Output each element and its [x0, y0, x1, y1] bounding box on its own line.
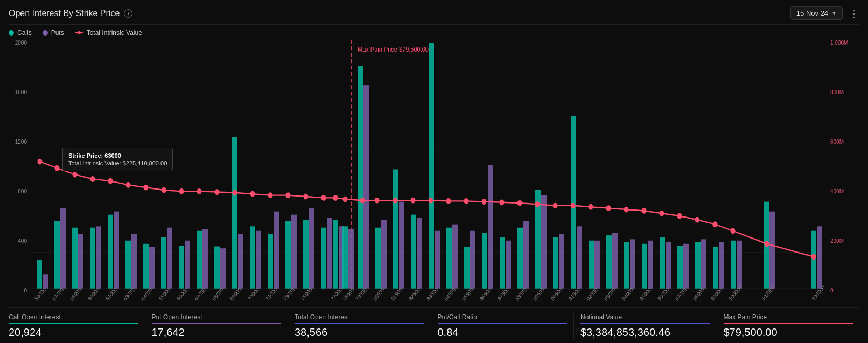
chart-main: Strike Price: 63000 Total Intrinsic Valu…	[30, 40, 827, 305]
put-oi-value: 17,642	[152, 326, 282, 339]
info-icon[interactable]: i	[124, 9, 132, 18]
y-right-800m: 800M	[830, 89, 844, 95]
svg-rect-39	[309, 208, 314, 289]
ratio-value: 0.84	[438, 326, 568, 339]
svg-rect-86	[713, 247, 718, 289]
svg-rect-93	[817, 226, 822, 288]
maxpain-label: Max Pain Price	[724, 313, 853, 321]
svg-rect-32	[250, 226, 255, 288]
stat-call-oi: Call Open Interest 20,924	[9, 313, 145, 339]
y-right-0: 0	[830, 288, 834, 293]
svg-rect-38	[303, 220, 309, 288]
svg-point-107	[268, 193, 272, 198]
notional-underline	[580, 323, 710, 324]
more-menu-icon[interactable]: ⋮	[849, 8, 859, 19]
svg-rect-45	[348, 229, 354, 289]
y-left-400: 400	[18, 238, 27, 244]
svg-point-103	[197, 189, 201, 194]
svg-point-112	[343, 197, 347, 202]
svg-rect-23	[167, 228, 172, 289]
svg-rect-64	[517, 228, 523, 289]
calls-dot-icon	[9, 30, 14, 36]
svg-rect-44	[342, 226, 348, 288]
svg-rect-65	[523, 221, 529, 289]
y-left-1600: 1600	[15, 89, 27, 95]
svg-rect-22	[161, 237, 166, 289]
svg-rect-75	[612, 233, 618, 288]
svg-rect-81	[666, 242, 671, 289]
svg-point-110	[321, 195, 326, 201]
svg-rect-47	[363, 85, 369, 289]
svg-point-133	[713, 222, 717, 227]
svg-rect-52	[411, 215, 416, 289]
svg-rect-27	[202, 229, 208, 289]
maxpain-underline	[724, 323, 853, 324]
svg-rect-49	[381, 220, 387, 288]
svg-rect-11	[60, 208, 66, 289]
svg-point-122	[517, 200, 522, 206]
svg-rect-19	[131, 234, 137, 289]
svg-point-94	[38, 159, 42, 164]
svg-point-128	[624, 207, 628, 212]
svg-rect-21	[149, 247, 155, 289]
svg-point-129	[642, 208, 646, 214]
header-right: 15 Nov 24 ▼ ⋮	[790, 6, 859, 20]
y-left-800: 800	[18, 188, 27, 194]
svg-rect-76	[624, 242, 629, 289]
stat-notional: Notional Value $3,384,853,360.46	[574, 313, 717, 339]
svg-point-131	[677, 213, 682, 219]
y-axis-left: 2000 1600 1200 800 400 0	[9, 40, 30, 305]
chart-area: 2000 1600 1200 800 400 0 Strike Price: 6…	[9, 40, 859, 305]
svg-rect-71	[577, 226, 582, 288]
svg-point-127	[606, 206, 611, 211]
svg-rect-37	[291, 215, 297, 289]
y-right-1000m: 1 000M	[830, 40, 848, 46]
svg-rect-13	[78, 234, 83, 289]
puts-dot-icon	[43, 30, 48, 36]
svg-rect-77	[630, 239, 635, 288]
svg-point-100	[144, 185, 148, 190]
svg-rect-46	[358, 66, 363, 289]
svg-rect-42	[333, 220, 338, 288]
put-oi-label: Put Open Interest	[152, 313, 282, 321]
svg-rect-70	[571, 116, 576, 289]
svg-rect-60	[482, 233, 487, 288]
svg-rect-55	[435, 231, 440, 289]
svg-point-120	[482, 199, 486, 205]
svg-rect-57	[452, 225, 458, 289]
svg-rect-36	[285, 221, 291, 289]
svg-rect-59	[470, 231, 475, 289]
svg-rect-33	[256, 231, 261, 289]
svg-rect-80	[660, 237, 665, 289]
header-divider	[9, 24, 859, 25]
svg-rect-50	[393, 169, 398, 288]
svg-point-113	[360, 198, 365, 203]
svg-rect-25	[185, 241, 190, 289]
y-right-600m: 600M	[830, 139, 844, 145]
svg-rect-24	[179, 246, 184, 288]
stat-put-oi: Put Open Interest 17,642	[145, 313, 289, 339]
notional-value: $3,384,853,360.46	[580, 326, 710, 339]
date-selector[interactable]: 15 Nov 24 ▼	[790, 6, 843, 20]
svg-rect-87	[719, 242, 724, 289]
svg-rect-18	[125, 241, 131, 289]
stat-total-oi: Total Open Interest 38,566	[288, 313, 431, 339]
stat-ratio: Put/Call Ratio 0.84	[431, 313, 575, 339]
svg-rect-14	[90, 228, 95, 289]
ratio-label: Put/Call Ratio	[438, 313, 568, 321]
total-oi-underline	[295, 323, 424, 324]
svg-rect-48	[375, 228, 381, 289]
svg-point-97	[90, 177, 95, 182]
svg-rect-12	[72, 228, 78, 289]
svg-point-95	[55, 165, 59, 171]
page-title: Open Interest By Strike Price	[9, 9, 120, 18]
y-left-1200: 1200	[15, 139, 27, 145]
svg-point-102	[179, 189, 184, 194]
svg-point-104	[215, 190, 219, 195]
stat-maxpain: Max Pain Price $79,500.00	[717, 313, 860, 339]
svg-rect-34	[268, 234, 273, 289]
svg-point-124	[553, 203, 557, 208]
y-left-2000: 2000	[15, 40, 27, 46]
svg-rect-10	[54, 221, 60, 289]
calls-label: Calls	[17, 29, 32, 37]
